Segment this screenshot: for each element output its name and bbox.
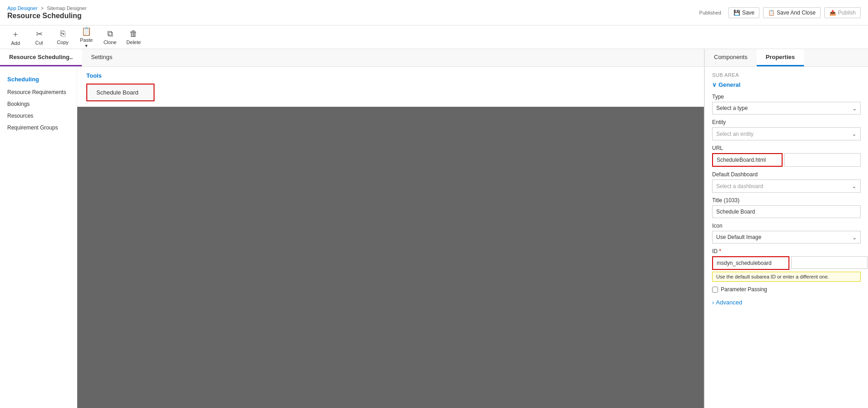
right-panel: Components Properties SUB AREA ∨ General… — [704, 49, 868, 408]
sidebar-item-resource-requirements[interactable]: Resource Requirements — [0, 86, 77, 98]
publish-label: Publish — [838, 10, 856, 16]
clone-icon: ⧉ — [107, 29, 113, 39]
sidebar-item-resources[interactable]: Resources — [0, 110, 77, 122]
title-label: Title (1033) — [712, 197, 861, 204]
paste-icon: 📋 — [81, 26, 91, 36]
icon-select[interactable]: Use Default Image — [712, 231, 861, 244]
tab-components[interactable]: Components — [705, 49, 757, 66]
id-tooltip: Use the default subarea ID or enter a di… — [712, 272, 861, 282]
general-label: General — [718, 81, 740, 88]
header-left: App Designer > Sitemap Designer Resource… — [7, 5, 87, 20]
url-label: URL — [712, 145, 861, 151]
entity-chevron-icon: ⌄ — [852, 130, 857, 137]
breadcrumb-app-designer[interactable]: App Designer — [7, 5, 38, 11]
paste-dropdown-icon: ▼ — [85, 44, 89, 48]
sidebar-nav: Scheduling Resource Requirements Booking… — [0, 67, 77, 408]
save-and-close-button[interactable]: 📋 Save And Close — [763, 7, 820, 18]
save-icon: 💾 — [733, 10, 740, 16]
published-badge: Published — [699, 10, 721, 15]
sidebar-group-label: Scheduling — [0, 74, 77, 86]
save-close-icon: 📋 — [768, 10, 775, 16]
entity-select-wrapper[interactable]: Select an entity ⌄ — [712, 127, 861, 140]
parameter-passing-row: Parameter Passing — [712, 286, 861, 293]
parameter-passing-checkbox[interactable] — [712, 287, 718, 293]
right-tabs: Components Properties — [705, 49, 868, 67]
app-title: Resource Scheduling — [7, 12, 87, 20]
default-dashboard-label: Default Dashboard — [712, 171, 861, 178]
general-section-header[interactable]: ∨ General — [712, 81, 861, 88]
sidebar-item-bookings[interactable]: Bookings — [0, 98, 77, 110]
icon-select-wrapper: Use Default Image — [712, 231, 861, 244]
gray-area — [77, 107, 704, 408]
tools-label: Tools — [86, 72, 695, 79]
top-header: App Designer > Sitemap Designer Resource… — [0, 0, 868, 25]
title-input[interactable] — [712, 205, 861, 218]
cut-button[interactable]: ✂ Cut — [31, 29, 47, 45]
add-label: Add — [11, 40, 20, 46]
cut-label: Cut — [35, 40, 43, 45]
tab-bar: Resource Scheduling.. Settings — [0, 49, 704, 67]
main-layout: Resource Scheduling.. Settings Schedulin… — [0, 49, 868, 408]
paste-label: Paste — [80, 37, 93, 43]
save-close-label: Save And Close — [777, 10, 815, 16]
tab-resource-scheduling[interactable]: Resource Scheduling.. — [0, 49, 82, 66]
advanced-label: Advanced — [716, 299, 742, 306]
add-icon: ＋ — [11, 29, 20, 40]
add-button[interactable]: ＋ Add — [7, 29, 24, 46]
delete-button[interactable]: 🗑 Delete — [125, 29, 142, 45]
main-content: Tools Schedule Board — [77, 67, 704, 408]
dashboard-select-wrapper[interactable]: Select a dashboard ⌄ — [712, 179, 861, 193]
content-area: Scheduling Resource Requirements Booking… — [0, 67, 704, 408]
clone-button[interactable]: ⧉ Clone — [102, 29, 118, 45]
breadcrumb: App Designer > Sitemap Designer — [7, 5, 87, 11]
url-extra-input[interactable] — [784, 153, 861, 167]
save-button[interactable]: 💾 Save — [728, 7, 759, 18]
chevron-right-icon: › — [712, 299, 714, 306]
delete-icon: 🗑 — [130, 29, 138, 39]
tab-properties[interactable]: Properties — [757, 49, 804, 66]
url-row — [712, 153, 861, 167]
publish-icon: 📤 — [829, 10, 836, 16]
tab-settings[interactable]: Settings — [82, 49, 121, 66]
dashboard-placeholder: Select a dashboard — [716, 183, 763, 189]
id-label: ID — [712, 248, 861, 254]
save-label: Save — [742, 10, 754, 16]
type-select-wrapper: Select a type — [712, 102, 861, 114]
parameter-passing-label: Parameter Passing — [721, 286, 767, 293]
properties-panel: SUB AREA ∨ General Type Select a type En… — [705, 67, 868, 311]
type-label: Type — [712, 94, 861, 100]
entity-label: Entity — [712, 119, 861, 125]
tools-section: Tools Schedule Board — [77, 67, 704, 107]
dashboard-chevron-icon: ⌄ — [852, 183, 857, 189]
url-input[interactable] — [712, 153, 783, 167]
delete-label: Delete — [126, 40, 141, 45]
schedule-board-card[interactable]: Schedule Board — [86, 84, 155, 101]
advanced-section[interactable]: › Advanced — [712, 299, 861, 306]
entity-placeholder: Select an entity — [716, 131, 753, 137]
id-row — [712, 256, 861, 270]
paste-button[interactable]: 📋 Paste ▼ — [78, 26, 95, 48]
icon-label: Icon — [712, 223, 861, 229]
id-second-input[interactable] — [791, 256, 868, 269]
breadcrumb-separator: > — [41, 5, 44, 11]
id-input[interactable] — [712, 256, 789, 270]
left-panel: Resource Scheduling.. Settings Schedulin… — [0, 49, 704, 408]
chevron-down-icon: ∨ — [712, 81, 717, 88]
breadcrumb-sitemap-designer: Sitemap Designer — [47, 5, 86, 11]
cut-icon: ✂ — [36, 29, 43, 39]
copy-label: Copy — [57, 40, 69, 45]
copy-icon: ⎘ — [60, 29, 65, 39]
clone-label: Clone — [104, 40, 117, 45]
toolbar: ＋ Add ✂ Cut ⎘ Copy 📋 Paste ▼ ⧉ Clone 🗑 D… — [0, 25, 868, 49]
sidebar-item-requirement-groups[interactable]: Requirement Groups — [0, 122, 77, 134]
publish-button[interactable]: 📤 Publish — [824, 7, 861, 18]
type-select[interactable]: Select a type — [712, 102, 861, 114]
sub-area-label: SUB AREA — [712, 72, 861, 78]
copy-button[interactable]: ⎘ Copy — [55, 29, 71, 45]
header-right: Published 💾 Save 📋 Save And Close 📤 Publ… — [699, 7, 861, 18]
